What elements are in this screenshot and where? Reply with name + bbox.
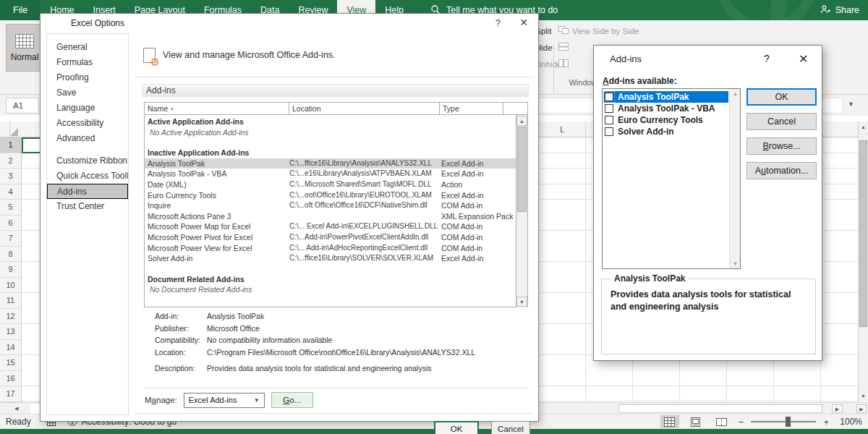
row-header-6[interactable]: 6 [0, 216, 21, 231]
zoom-in-button[interactable]: + [823, 417, 829, 427]
row-header-4[interactable]: 4 [0, 184, 21, 200]
row-header-2[interactable]: 2 [0, 153, 21, 169]
dialog-title: Excel Options [71, 18, 124, 28]
cell-type: COM Add-in [441, 200, 514, 211]
checkbox-unchecked[interactable] [605, 116, 613, 124]
close-icon[interactable]: ✕ [519, 17, 528, 28]
sidebar-item-proofing[interactable]: Proofing [47, 70, 128, 85]
sidebar-item-accessibility[interactable]: Accessibility [47, 116, 128, 131]
row-header-1[interactable]: 1 [0, 137, 21, 153]
sidebar-item-trust-center[interactable]: Trust Center [47, 199, 128, 214]
page-break-preview-toggle[interactable] [712, 415, 731, 428]
horizontal-scroll-thumb[interactable] [618, 404, 822, 413]
row-header-15[interactable]: 15 [0, 355, 21, 371]
synchronous-scrolling-button[interactable] [558, 43, 569, 52]
scroll-down-icon[interactable]: ▼ [861, 393, 866, 399]
help-icon[interactable]: ? [495, 17, 501, 28]
ok-button[interactable]: OK [434, 421, 479, 434]
share-button[interactable]: Share [820, 0, 859, 20]
sidebar-item-quick-access-toolbar[interactable]: Quick Access Toolbar [47, 169, 128, 184]
ok-button[interactable]: OK [746, 88, 817, 106]
row-header-17[interactable]: 17 [0, 386, 21, 402]
row-header-14[interactable]: 14 [0, 340, 21, 356]
sidebar-item-language[interactable]: Language [47, 101, 128, 116]
scroll-right-icon[interactable]: ▶ [832, 404, 843, 413]
detail-row: Add-in:Analysis ToolPak [155, 312, 528, 320]
table-scroll-down-icon[interactable]: ▼ [516, 297, 527, 307]
help-icon[interactable]: ? [764, 53, 770, 64]
formula-bar-expand-icon[interactable]: ▼ [848, 101, 854, 108]
view-side-by-side-button[interactable]: View Side by Side [558, 26, 639, 35]
cancel-button[interactable]: Cancel [491, 421, 530, 434]
checkbox-unchecked[interactable] [605, 104, 613, 113]
addin-list-item-analysis-toolpak-vba[interactable]: Analysis ToolPak - VBA [604, 103, 728, 114]
name-box[interactable]: A1 [6, 98, 39, 114]
column-header-type[interactable]: Type [440, 103, 503, 114]
page-layout-view-toggle[interactable] [686, 415, 705, 428]
table-scroll-thumb[interactable] [517, 127, 527, 212]
table-row-euro-currency-tools[interactable]: Euro Currency ToolsC:\...oot\Office16\Li… [145, 190, 516, 201]
zoom-slider-thumb[interactable] [786, 417, 791, 427]
sidebar-item-add-ins[interactable]: Add-ins [47, 184, 128, 199]
table-row-microsoft-power-view-for-excel[interactable]: Microsoft Power View for ExcelC:\... Add… [145, 243, 516, 254]
sidebar-item-advanced[interactable]: Advanced [47, 131, 128, 146]
addin-list-item-analysis-toolpak[interactable]: Analysis ToolPak [604, 91, 728, 103]
addins-dialog: Add-ins ? ✕ Add-ins available: ▲ ▼ Analy… [593, 45, 822, 361]
manage-select-value: Excel Add-ins [189, 396, 237, 404]
vertical-scroll-thumb[interactable] [859, 140, 867, 327]
addin-list-item-solver-add-in[interactable]: Solver Add-in [604, 126, 728, 137]
list-scrollbar[interactable]: ▲ ▼ [729, 89, 740, 268]
table-row-date-xml[interactable]: Date (XML)C:\...Microsoft Shared\Smart T… [145, 179, 516, 190]
column-header-location[interactable]: Location [289, 103, 440, 114]
sidebar-item-general[interactable]: General [47, 40, 128, 55]
automation-button[interactable]: Automation... [746, 162, 817, 179]
row-header-7[interactable]: 7 [0, 231, 21, 247]
scroll-up-icon[interactable]: ▲ [861, 124, 866, 129]
table-scroll-up-icon[interactable]: ▲ [516, 116, 527, 126]
zoom-level[interactable]: 100% [836, 417, 862, 427]
table-scrollbar[interactable]: ▲ ▼ [516, 115, 527, 307]
detail-value: Microsoft Office [207, 324, 528, 333]
row-header-8[interactable]: 8 [0, 247, 21, 263]
normal-view-toggle[interactable] [660, 415, 679, 428]
normal-view-button[interactable]: Normal [6, 24, 43, 72]
row-header-13[interactable]: 13 [0, 324, 21, 340]
row-header-3[interactable]: 3 [0, 169, 21, 184]
row-header-12[interactable]: 12 [0, 309, 21, 325]
sidebar-item-customize-ribbon[interactable]: Customize Ribbon [47, 153, 128, 169]
addin-list-item-euro-currency-tools[interactable]: Euro Currency Tools [604, 114, 728, 126]
checkbox-unchecked[interactable] [605, 93, 613, 101]
vertical-scrollbar[interactable]: ▲ ▼ [858, 122, 868, 401]
ribbon-tab-file[interactable]: File [0, 0, 41, 20]
row-header-16[interactable]: 16 [0, 371, 21, 387]
table-row-analysis-toolpak[interactable]: Analysis ToolPakC:\...ffice16\Library\An… [145, 158, 516, 169]
sidebar-item-save[interactable]: Save [47, 85, 128, 101]
select-all-icon[interactable] [10, 128, 18, 136]
column-header-name[interactable]: Name▲ [145, 103, 289, 114]
browse-button[interactable]: Browse... [746, 137, 817, 155]
table-row-microsoft-power-pivot-for-excel[interactable]: Microsoft Power Pivot for ExcelC:\...Add… [145, 232, 516, 243]
sidebar-item-formulas[interactable]: Formulas [47, 55, 128, 70]
list-scroll-down-icon[interactable]: ▼ [733, 261, 738, 266]
checkbox-unchecked[interactable] [605, 127, 613, 136]
table-row-microsoft-actions-pane-3[interactable]: Microsoft Actions Pane 3XML Expansion Pa… [145, 211, 516, 222]
table-row-analysis-toolpak-vba[interactable]: Analysis ToolPak - VBAC:\...e16\Library\… [145, 169, 516, 179]
row-header-10[interactable]: 10 [0, 278, 21, 294]
row-header-5[interactable]: 5 [0, 200, 21, 216]
close-icon[interactable]: ✕ [799, 52, 808, 66]
go-button[interactable]: Go... [271, 392, 313, 408]
column-header-L[interactable]: L [539, 122, 586, 137]
list-scroll-up-icon[interactable]: ▲ [733, 91, 738, 96]
sheet-tab-scroll-left-icon[interactable]: ◀ [14, 406, 18, 412]
table-row-solver-add-in[interactable]: Solver Add-inC:\...ffice16\Library\SOLVE… [145, 253, 516, 264]
scroll-corner-right-icon[interactable]: ▶ [856, 404, 867, 413]
zoom-out-button[interactable]: − [739, 417, 744, 427]
table-row-microsoft-power-map-for-excel[interactable]: Microsoft Power Map for ExcelC:\... Exce… [145, 221, 516, 232]
row-header-11[interactable]: 11 [0, 293, 21, 309]
manage-select[interactable]: Excel Add-ins▼ [184, 393, 265, 408]
row-header-9[interactable]: 9 [0, 262, 21, 278]
zoom-slider[interactable] [751, 421, 816, 422]
table-row-inquire[interactable]: InquireC:\...oft Office\Office16\DCF\Nat… [145, 200, 516, 211]
cancel-button[interactable]: Cancel [746, 113, 817, 130]
reset-window-position-button[interactable] [558, 59, 569, 69]
